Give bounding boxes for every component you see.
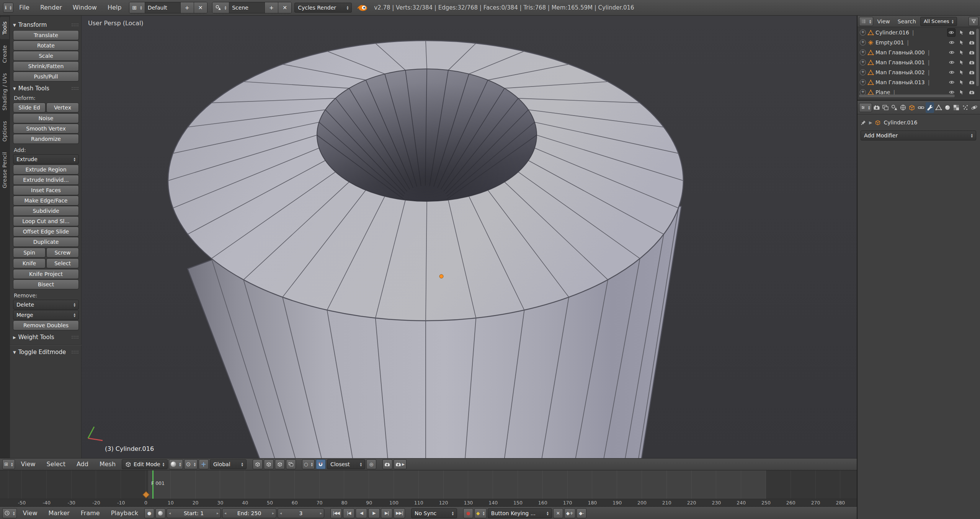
tab-shading-uvs[interactable]: Shading / UVs xyxy=(0,69,9,115)
editor-type-timeline-button[interactable]: ▴▾ xyxy=(2,508,17,518)
knife-button[interactable]: Knife xyxy=(13,258,46,268)
menu-frame[interactable]: Frame xyxy=(76,508,105,519)
menu-render[interactable]: Render xyxy=(35,2,67,13)
selectability-cursor-icon[interactable] xyxy=(958,29,965,36)
tab-create[interactable]: Create xyxy=(0,41,9,68)
snap-toggle-button[interactable] xyxy=(316,459,326,469)
snap-element-dropdown[interactable]: Closest ▴▾ xyxy=(327,459,365,469)
editor-type-info-button[interactable]: ℹ ▴▾ xyxy=(3,3,13,13)
active-keying-set-dropdown[interactable]: Button Keying ... ▴▾ xyxy=(488,508,552,518)
outliner-display-dropdown[interactable]: All Scenes ▴▾ xyxy=(920,17,957,26)
make-edge-face-button[interactable]: Make Edge/Face xyxy=(13,196,79,206)
outliner-item[interactable]: + Man Главный.000 | xyxy=(858,47,975,57)
renderability-camera-icon[interactable] xyxy=(968,69,975,76)
tab-constraints[interactable] xyxy=(917,102,925,113)
renderability-camera-icon[interactable] xyxy=(968,29,975,36)
manipulator-toggle-button[interactable]: + xyxy=(199,459,209,469)
outliner-item[interactable]: + Man Главный.013 | xyxy=(858,77,975,87)
offset-edge-slide-button[interactable]: Offset Edge Slide xyxy=(13,227,79,237)
outliner-item[interactable]: + Cylinder.016 | xyxy=(858,28,975,38)
panel-header-mesh-tools[interactable]: ▼ Mesh Tools xyxy=(13,85,79,92)
visibility-eye-icon[interactable] xyxy=(948,39,956,46)
menu-help[interactable]: Help xyxy=(103,2,126,13)
outliner-item-name[interactable]: Cylinder.016 xyxy=(875,29,909,36)
tab-render-layers[interactable] xyxy=(881,102,890,113)
increment-icon[interactable]: ▸ xyxy=(272,511,274,515)
outliner-vertical-scrollbar[interactable] xyxy=(976,29,979,86)
visibility-eye-icon[interactable] xyxy=(948,59,956,66)
selectability-cursor-icon[interactable] xyxy=(958,39,965,46)
extrude-region-button[interactable]: Extrude Region xyxy=(13,165,79,175)
expand-icon[interactable]: + xyxy=(860,69,866,75)
menu-marker[interactable]: Marker xyxy=(44,508,75,519)
increment-icon[interactable]: ▸ xyxy=(217,511,219,515)
vertex-slide-button[interactable]: Vertex xyxy=(46,103,79,113)
remove-doubles-button[interactable]: Remove Doubles xyxy=(13,320,79,330)
knife-select-button[interactable]: Select xyxy=(46,258,79,268)
visibility-eye-icon[interactable] xyxy=(948,69,956,76)
edge-select-button[interactable] xyxy=(264,459,274,469)
panel-header-transform[interactable]: ▼ Transform xyxy=(13,21,79,28)
menu-window[interactable]: Window xyxy=(68,2,102,13)
expand-icon[interactable]: + xyxy=(860,49,866,55)
render-engine-dropdown[interactable]: Cycles Render ▴▾ xyxy=(294,3,352,13)
increment-icon[interactable]: ▸ xyxy=(320,511,322,515)
tab-grease-pencil[interactable]: Grease Pencil xyxy=(0,147,9,193)
menu-search[interactable]: Search xyxy=(894,16,920,27)
subdivide-button[interactable]: Subdivide xyxy=(13,206,79,216)
menu-view[interactable]: View xyxy=(16,459,41,470)
smooth-vertex-button[interactable]: Smooth Vertex xyxy=(13,124,79,134)
current-frame-field[interactable]: ◂ 3 ▸ xyxy=(278,508,324,518)
play-reverse-button[interactable]: ◀ xyxy=(356,508,367,518)
tab-material[interactable] xyxy=(943,102,952,113)
expand-icon[interactable]: + xyxy=(860,29,866,36)
keying-set-selector-button[interactable]: ◆ ▴▾ xyxy=(474,508,487,518)
clear-keying-set-button[interactable]: ✕ xyxy=(553,508,563,518)
outliner-item-name[interactable]: Man Главный.002 xyxy=(875,69,925,75)
screen-layout-add-button[interactable]: + xyxy=(180,2,194,13)
outliner-item[interactable]: + Man Главный.002 | xyxy=(858,67,975,77)
tab-physics[interactable] xyxy=(970,102,978,113)
selectability-cursor-icon[interactable] xyxy=(958,78,965,86)
renderability-camera-icon[interactable] xyxy=(968,39,975,46)
tab-render[interactable] xyxy=(872,102,881,113)
breadcrumb-object-name[interactable]: Cylinder.016 xyxy=(884,119,917,126)
tab-options[interactable]: Options xyxy=(0,116,9,146)
renderability-camera-icon[interactable] xyxy=(968,59,975,66)
loop-cut-button[interactable]: Loop Cut and Sl... xyxy=(13,216,79,226)
pivot-center-dropdown[interactable]: ⊙ ▴▾ xyxy=(184,459,198,469)
editor-type-3dview-button[interactable]: ⊞ ▴▾ xyxy=(2,459,15,469)
3d-viewport-canvas[interactable]: User Persp (Local) (3) Cylinder.016 xyxy=(81,16,857,458)
viewport-shading-dropdown[interactable]: ▴▾ xyxy=(169,459,183,469)
outliner-item-name[interactable]: Man Главный.001 xyxy=(875,59,925,65)
tab-object-data[interactable] xyxy=(934,102,943,113)
randomize-button[interactable]: Randomize xyxy=(13,134,79,144)
add-modifier-dropdown[interactable]: Add Modifier ▴▾ xyxy=(861,131,976,140)
panel-header-weight-tools[interactable]: ▶ Weight Tools xyxy=(13,334,79,341)
limit-to-visible-button[interactable] xyxy=(286,459,296,469)
selectability-cursor-icon[interactable] xyxy=(958,49,965,56)
tab-modifiers[interactable] xyxy=(926,102,934,113)
shrink-fatten-button[interactable]: Shrink/Fatten xyxy=(13,61,79,71)
end-frame-field[interactable]: ◂ End: 250 ▸ xyxy=(222,508,276,518)
noise-button[interactable]: Noise xyxy=(13,113,79,123)
jump-to-start-button[interactable]: |◀◀ xyxy=(330,508,342,518)
play-button[interactable]: ▶ xyxy=(368,508,380,518)
visibility-eye-icon[interactable] xyxy=(947,28,956,37)
delete-keyframe-button[interactable]: ◆- xyxy=(577,508,586,518)
expand-icon[interactable]: + xyxy=(860,79,866,85)
outliner-item-name[interactable]: Man Главный.013 xyxy=(875,79,925,85)
screen-layout-delete-button[interactable]: ✕ xyxy=(194,2,207,13)
scene-name-field[interactable]: Scene xyxy=(229,2,265,13)
merge-menu[interactable]: Merge ▴▾ xyxy=(13,310,79,320)
opengl-render-button[interactable] xyxy=(382,459,392,469)
outliner-item[interactable]: + Empty.001 | xyxy=(858,38,975,47)
panel-grip-icon[interactable] xyxy=(71,350,79,354)
panel-grip-icon[interactable] xyxy=(71,86,79,90)
selectability-cursor-icon[interactable] xyxy=(958,69,965,76)
tab-texture[interactable] xyxy=(952,102,960,113)
transform-orientation-dropdown[interactable]: Global ▴▾ xyxy=(210,459,247,469)
outliner-horizontal-scrollbar[interactable] xyxy=(859,95,955,97)
screw-button[interactable]: Screw xyxy=(46,248,79,258)
tab-tools[interactable]: Tools xyxy=(0,17,9,39)
